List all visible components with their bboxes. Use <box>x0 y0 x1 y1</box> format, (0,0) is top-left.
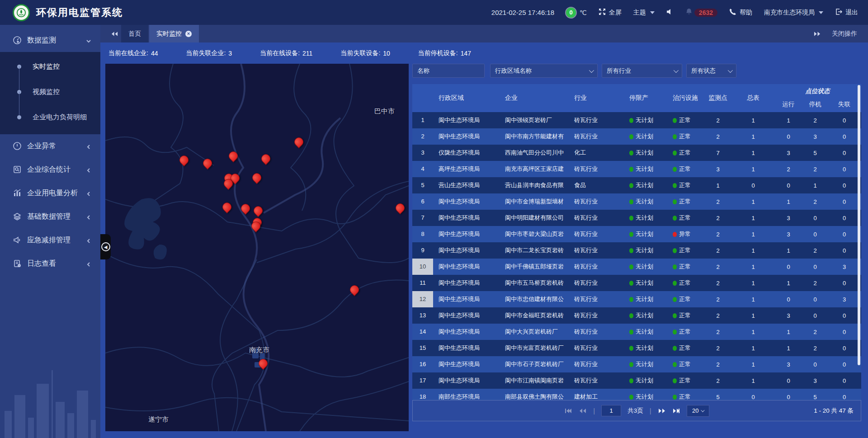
map-city-label: 遂宁市 <box>148 415 169 424</box>
table-row[interactable]: 5 营山生态环境局 营山县润丰肉食品有限 食品 无计划 正常 1 0 0 1 0 <box>412 177 861 193</box>
table-row[interactable]: 18 南部生态环境局 南部县双佛土陶有限公 建材加工 无计划 正常 5 0 0 … <box>412 389 861 400</box>
logout-button[interactable]: 退出 <box>835 8 858 17</box>
status-dot-icon <box>629 151 633 155</box>
map-pin-icon[interactable] <box>251 221 260 231</box>
notifications[interactable]: 2632 <box>685 8 717 17</box>
table-row[interactable]: 15 阆中生态环境局 阆中市光富页岩机砖厂 砖瓦行业 无计划 正常 2 1 1 … <box>412 340 861 356</box>
map-pin-icon[interactable] <box>252 173 261 182</box>
status-dot-icon <box>673 313 677 318</box>
stat-item: 当前停机设备: 147 <box>418 49 471 57</box>
map-pin-icon[interactable] <box>229 151 238 160</box>
sidebar-item-log-view[interactable]: 日志查看 <box>0 252 100 275</box>
table-row[interactable]: 6 阆中生态环境局 阆中市金博瑞新型墙材 砖瓦行业 无计划 正常 2 1 1 2… <box>412 193 861 210</box>
status-dot-icon <box>673 151 677 155</box>
header-actions: 2021-02-25 17:46:18 0 ℃ 全屏 主题 2632 <box>491 8 858 18</box>
map-pin-icon[interactable] <box>224 179 233 188</box>
table-row[interactable]: 2 阆中生态环境局 阆中市南方节能建材有 砖瓦行业 无计划 正常 2 1 0 3… <box>412 128 861 145</box>
map-pin-icon[interactable] <box>259 359 268 368</box>
map-pin-icon[interactable] <box>261 154 270 163</box>
map-pin-icon[interactable] <box>294 137 303 146</box>
status-filter-select[interactable]: 所有状态 <box>686 64 736 78</box>
record-range-label: 1 - 20 共 47 条 <box>814 407 854 415</box>
enterprise-table: 行政区域 企业 行业 停限产 治污设施 监测点 总表 点位状态 <box>412 84 861 421</box>
table-row[interactable]: 4 高坪生态环境局 南充市高坪区王家店建 砖瓦行业 无计划 正常 3 1 2 2… <box>412 161 861 177</box>
top-header: 环保用电监管系统 2021-02-25 17:46:18 0 ℃ 全屏 主题 2… <box>0 0 868 25</box>
name-filter-input[interactable] <box>412 64 485 78</box>
sidebar-collapse-handle[interactable]: ◀ <box>100 234 111 259</box>
status-dot-icon <box>673 134 677 139</box>
submenu-data-monitoring: 实时监控 视频监控 企业电力负荷明细 <box>0 52 100 134</box>
col-stopped: 停机 <box>803 100 827 108</box>
col-meters: 总表 <box>732 94 774 102</box>
notification-badge: 2632 <box>694 9 717 17</box>
col-plan: 停限产 <box>624 94 667 102</box>
table-row[interactable]: 11 阆中生态环境局 阆中市五马桥页岩机砖 砖瓦行业 无计划 正常 2 1 1 … <box>412 275 861 291</box>
map-pin-icon[interactable] <box>222 203 231 212</box>
table-row[interactable]: 8 阆中生态环境局 阆中市枣碧大梁山页岩 砖瓦行业 无计划 异常 2 1 3 0… <box>412 226 861 242</box>
sidebar-item-power-load-detail[interactable]: 企业电力负荷明细 <box>0 104 100 130</box>
table-row[interactable]: 16 阆中生态环境局 阆中市石子页岩机砖厂 砖瓦行业 无计划 正常 2 1 3 … <box>412 356 861 372</box>
tabs-scroll-right-icon[interactable] <box>810 31 824 37</box>
sidebar-item-video-monitoring[interactable]: 视频监控 <box>0 79 100 104</box>
sidebar-item-power-analysis[interactable]: 企业用电量分析 <box>0 181 100 205</box>
sidebar-item-base-data[interactable]: 基础数据管理 <box>0 205 100 228</box>
map-pin-icon[interactable] <box>179 155 189 165</box>
status-dot-icon <box>629 264 633 269</box>
industry-filter-select[interactable]: 所有行业 <box>602 64 682 78</box>
map-pin-icon[interactable] <box>396 203 405 212</box>
app-logo-icon <box>13 4 30 21</box>
bullet-dot-icon <box>17 115 21 119</box>
organization-menu[interactable]: 南充市生态环境局 <box>764 9 823 17</box>
map-pin-icon[interactable] <box>350 285 359 294</box>
status-dot-icon <box>673 346 677 351</box>
table-row[interactable]: 7 阆中生态环境局 阆中明阳建材有限公司 砖瓦行业 无计划 正常 2 1 3 0… <box>412 210 861 226</box>
table-row[interactable]: 3 仪陇生态环境局 西南油气田分公司川中 化工 无计划 正常 7 1 3 5 0 <box>412 145 861 161</box>
sound-button[interactable] <box>666 8 674 17</box>
help-button[interactable]: 帮助 <box>729 8 752 17</box>
status-dot-icon <box>629 330 633 334</box>
gauge-icon <box>13 36 22 45</box>
status-dot-icon <box>673 118 677 123</box>
close-operations-button[interactable]: 关闭操作 <box>832 30 857 38</box>
sidebar-item-enterprise-statistics[interactable]: 企业综合统计 <box>0 158 100 181</box>
next-page-icon[interactable] <box>658 408 666 414</box>
table-row[interactable]: 12 阆中生态环境局 阆中市忠信建材有限公 砖瓦行业 无计划 正常 2 1 0 … <box>412 291 861 307</box>
fullscreen-button[interactable]: 全屏 <box>599 8 622 17</box>
theme-button[interactable]: 主题 <box>633 9 655 17</box>
sidebar-item-data-monitoring[interactable]: 数据监测 <box>0 28 100 52</box>
temperature: 0 ℃ <box>566 8 587 18</box>
status-dot-icon <box>629 216 633 221</box>
status-dot-icon <box>673 232 677 237</box>
prev-page-icon[interactable] <box>579 408 587 414</box>
tabs-scroll-left-icon[interactable] <box>108 25 121 42</box>
status-dot-icon <box>673 264 677 269</box>
table-row[interactable]: 10 阆中生态环境局 阆中千佛镇五郎垭页岩 砖瓦行业 无计划 正常 2 1 0 … <box>412 259 861 275</box>
sidebar-item-emergency-reduction[interactable]: 应急减排管理 <box>0 228 100 252</box>
tab-home[interactable]: 首页 <box>121 25 148 42</box>
first-page-icon[interactable] <box>564 408 572 414</box>
region-filter-select[interactable]: 行政区域名称 <box>490 64 598 78</box>
main-area: 首页 实时监控 × 关闭操作 当前在线企业: 44 当前失联企业: 3 当前在线… <box>100 25 868 438</box>
phone-icon <box>729 8 736 17</box>
skyline-decoration <box>0 359 100 438</box>
status-dot-icon <box>629 346 633 351</box>
table-row[interactable]: 17 阆中生态环境局 阆中市江南镇阆南页岩 砖瓦行业 无计划 正常 2 1 0 … <box>412 372 861 389</box>
sidebar-item-enterprise-abnormal[interactable]: 企业异常 <box>0 134 100 158</box>
tab-close-icon[interactable]: × <box>185 31 192 37</box>
last-page-icon[interactable] <box>672 408 680 414</box>
map-panel[interactable]: 巴中市 南充市 遂宁市 <box>105 64 409 431</box>
status-dot-icon <box>629 199 633 204</box>
page-number-input[interactable] <box>601 405 621 416</box>
table-row[interactable]: 13 阆中生态环境局 阆中市金福旺页岩机砖 砖瓦行业 无计划 正常 2 1 3 … <box>412 307 861 324</box>
status-dot-icon <box>629 167 633 172</box>
map-pin-icon[interactable] <box>203 159 212 168</box>
table-row[interactable]: 14 阆中生态环境局 阆中大兴页岩机砖厂 砖瓦行业 无计划 正常 2 1 1 2… <box>412 324 861 340</box>
map-pin-icon[interactable] <box>241 204 250 213</box>
table-row[interactable]: 9 阆中生态环境局 阆中市二龙长宝页岩砖 砖瓦行业 无计划 正常 2 1 1 2… <box>412 242 861 259</box>
sidebar-item-realtime-monitoring[interactable]: 实时监控 <box>0 54 100 79</box>
tab-realtime-monitoring[interactable]: 实时监控 × <box>149 25 199 42</box>
map-pin-icon[interactable] <box>254 206 263 215</box>
table-scrollbar[interactable] <box>858 85 860 365</box>
page-size-select[interactable]: 20 <box>687 405 709 417</box>
table-row[interactable]: 1 阆中生态环境局 阆中强锐页岩砖厂 砖瓦行业 无计划 正常 2 1 1 2 0 <box>412 112 861 128</box>
